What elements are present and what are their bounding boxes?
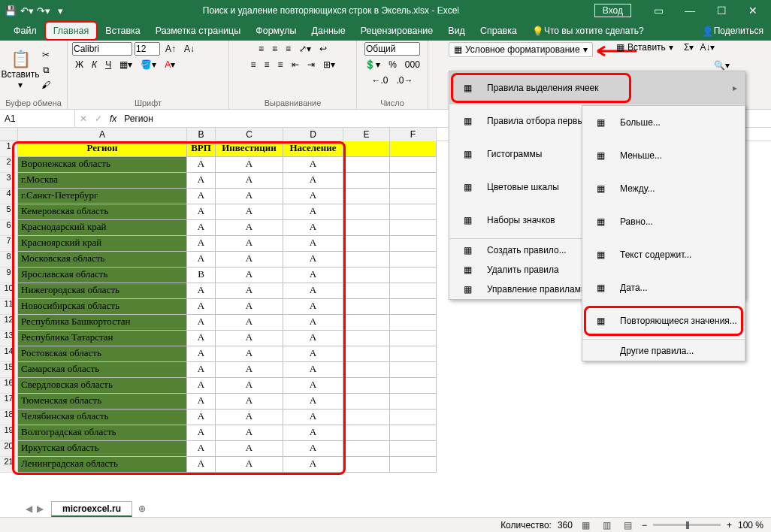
view-pagebreak-icon[interactable]: ▤ xyxy=(621,520,636,530)
row-header[interactable]: 5 xyxy=(0,204,18,220)
table-cell[interactable]: A xyxy=(187,252,216,268)
menu-highlight-rules[interactable]: ▦ Правила выделения ячеек▸ xyxy=(449,71,745,104)
row-header[interactable]: 12 xyxy=(0,315,18,331)
increase-font-icon[interactable]: A↑ xyxy=(162,42,179,56)
table-cell[interactable]: A xyxy=(216,457,283,473)
table-cell[interactable]: A xyxy=(283,157,343,173)
decrease-indent-icon[interactable]: ⇤ xyxy=(289,58,302,71)
new-sheet-icon[interactable]: ⊕ xyxy=(138,503,146,514)
copy-icon[interactable]: ⧉ xyxy=(38,63,53,77)
table-cell[interactable]: A xyxy=(216,283,283,299)
table-header[interactable]: ВРП xyxy=(187,141,216,157)
row-header[interactable]: 9 xyxy=(0,268,18,283)
table-cell[interactable]: A xyxy=(283,252,343,268)
table-cell[interactable]: A xyxy=(216,346,283,362)
table-cell[interactable]: A xyxy=(187,410,216,425)
table-cell[interactable]: A xyxy=(216,268,283,283)
decrease-font-icon[interactable]: A↓ xyxy=(181,42,198,56)
table-cell[interactable]: A xyxy=(216,299,283,315)
table-header[interactable]: Инвестиции xyxy=(216,141,283,157)
row-header[interactable]: 3 xyxy=(0,173,18,189)
decrease-decimal-icon[interactable]: .0→ xyxy=(394,74,416,87)
table-cell[interactable]: A xyxy=(187,315,216,331)
tab-review[interactable]: Рецензирование xyxy=(353,21,441,41)
table-cell[interactable]: Нижегородская область xyxy=(18,283,187,299)
sheet-nav-next-icon[interactable]: ▶ xyxy=(37,503,44,514)
table-cell[interactable]: A xyxy=(216,204,283,220)
font-name-select[interactable] xyxy=(72,42,132,56)
align-top-icon[interactable]: ≡ xyxy=(255,42,267,56)
table-cell[interactable]: A xyxy=(216,236,283,252)
qat-customize-icon[interactable]: ▾ xyxy=(53,3,68,18)
tell-me[interactable]: 💡 Что вы хотите сделать? xyxy=(525,21,652,41)
col-header-e[interactable]: E xyxy=(343,128,390,141)
table-cell[interactable]: A xyxy=(187,236,216,252)
tab-file[interactable]: Файл xyxy=(6,21,44,41)
table-cell[interactable]: A xyxy=(216,425,283,441)
wrap-text-icon[interactable]: ↩ xyxy=(316,42,330,56)
table-cell[interactable]: Новосибирская область xyxy=(18,299,187,315)
table-cell[interactable]: Свердловская область xyxy=(18,378,187,394)
row-header[interactable]: 19 xyxy=(0,425,18,441)
align-right-icon[interactable]: ≡ xyxy=(275,58,286,71)
table-cell[interactable]: A xyxy=(216,220,283,236)
table-cell[interactable]: Ленинградская область xyxy=(18,457,187,473)
table-cell[interactable]: Ярославская область xyxy=(18,268,187,283)
row-header[interactable]: 4 xyxy=(0,189,18,204)
sort-filter-icon[interactable]: A↓▾ xyxy=(700,42,715,53)
col-header-b[interactable]: B xyxy=(187,128,216,141)
table-cell[interactable]: A xyxy=(283,173,343,189)
table-cell[interactable]: B xyxy=(187,268,216,283)
table-cell[interactable]: Иркутская область xyxy=(18,441,187,457)
table-cell[interactable]: A xyxy=(216,362,283,378)
formula-input[interactable]: Регион xyxy=(124,113,153,124)
zoom-value[interactable]: 100 % xyxy=(738,520,763,530)
row-header[interactable]: 21 xyxy=(0,457,18,473)
zoom-in-icon[interactable]: + xyxy=(727,520,732,530)
table-cell[interactable]: A xyxy=(216,173,283,189)
rule-less[interactable]: ▦Меньше... xyxy=(582,139,745,172)
row-header[interactable]: 2 xyxy=(0,157,18,173)
orientation-icon[interactable]: ⤢▾ xyxy=(296,42,314,56)
table-cell[interactable]: Самарская область xyxy=(18,362,187,378)
col-header-a[interactable]: A xyxy=(18,128,187,141)
name-box[interactable]: A1 xyxy=(0,110,75,127)
align-center-icon[interactable]: ≡ xyxy=(261,58,272,71)
cut-icon[interactable]: ✂ xyxy=(38,48,53,62)
table-cell[interactable]: A xyxy=(283,204,343,220)
table-cell[interactable]: A xyxy=(216,189,283,204)
row-header[interactable]: 7 xyxy=(0,236,18,252)
align-bottom-icon[interactable]: ≡ xyxy=(283,42,294,56)
row-header[interactable]: 6 xyxy=(0,220,18,236)
table-cell[interactable]: A xyxy=(187,189,216,204)
currency-icon[interactable]: 💲▾ xyxy=(361,58,383,71)
table-cell[interactable]: Республика Башкортостан xyxy=(18,315,187,331)
increase-indent-icon[interactable]: ⇥ xyxy=(304,58,318,71)
table-cell[interactable]: A xyxy=(187,331,216,346)
col-header-d[interactable]: D xyxy=(283,128,343,141)
row-header[interactable]: 18 xyxy=(0,410,18,425)
fill-color-icon[interactable]: 🪣▾ xyxy=(138,58,159,71)
underline-button[interactable]: Ч xyxy=(102,58,114,71)
row-header[interactable]: 13 xyxy=(0,331,18,346)
comma-icon[interactable]: 000 xyxy=(402,58,423,71)
table-cell[interactable]: Республика Татарстан xyxy=(18,331,187,346)
row-header[interactable]: 17 xyxy=(0,394,18,410)
percent-icon[interactable]: % xyxy=(386,58,400,71)
font-color-icon[interactable]: A▾ xyxy=(162,58,178,71)
table-cell[interactable]: A xyxy=(216,315,283,331)
row-header[interactable]: 14 xyxy=(0,346,18,362)
table-cell[interactable]: Челябинская область xyxy=(18,410,187,425)
table-cell[interactable]: Краснодарский край xyxy=(18,220,187,236)
table-cell[interactable]: A xyxy=(216,331,283,346)
table-cell[interactable]: Красноярский край xyxy=(18,236,187,252)
borders-icon[interactable]: ▦▾ xyxy=(116,58,135,71)
table-cell[interactable]: A xyxy=(216,441,283,457)
table-cell[interactable]: A xyxy=(283,410,343,425)
number-format-select[interactable] xyxy=(364,42,420,56)
undo-icon[interactable]: ↶▾ xyxy=(20,3,35,18)
tab-help[interactable]: Справка xyxy=(473,21,525,41)
table-cell[interactable]: A xyxy=(283,315,343,331)
select-all-corner[interactable] xyxy=(0,128,18,141)
rule-duplicate-values[interactable]: ▦Повторяющиеся значения... xyxy=(582,304,745,337)
